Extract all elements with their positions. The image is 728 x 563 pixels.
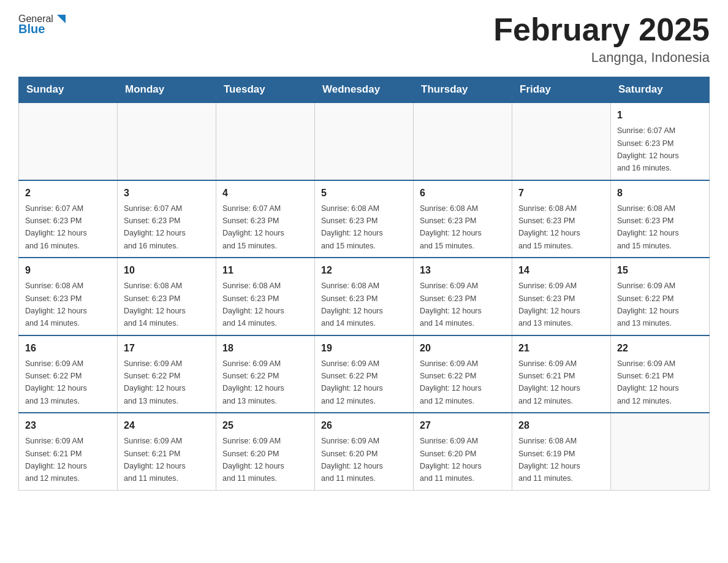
calendar-cell: 17Sunrise: 6:09 AMSunset: 6:22 PMDayligh… (118, 335, 216, 413)
weekday-header-wednesday: Wednesday (315, 77, 414, 103)
calendar-cell (216, 102, 315, 180)
weekday-header-row: SundayMondayTuesdayWednesdayThursdayFrid… (19, 77, 710, 103)
day-info: Sunrise: 6:09 AMSunset: 6:23 PMDaylight:… (420, 282, 482, 327)
day-number: 8 (617, 186, 703, 201)
weekday-header-monday: Monday (118, 77, 216, 103)
day-number: 22 (617, 341, 703, 356)
day-number: 17 (124, 341, 210, 356)
day-number: 25 (222, 418, 308, 433)
day-info: Sunrise: 6:09 AMSunset: 6:20 PMDaylight:… (321, 437, 383, 483)
day-info: Sunrise: 6:09 AMSunset: 6:22 PMDaylight:… (321, 359, 383, 405)
page-header: General Blue February 2025 Langnga, Indo… (18, 12, 710, 66)
calendar-cell: 12Sunrise: 6:08 AMSunset: 6:23 PMDayligh… (315, 258, 414, 335)
calendar-cell: 19Sunrise: 6:09 AMSunset: 6:22 PMDayligh… (315, 335, 414, 413)
calendar-cell: 1Sunrise: 6:07 AMSunset: 6:23 PMDaylight… (611, 102, 710, 180)
day-number: 4 (222, 186, 308, 201)
calendar-title: February 2025 (493, 12, 710, 47)
calendar-cell: 24Sunrise: 6:09 AMSunset: 6:21 PMDayligh… (118, 413, 216, 490)
calendar-cell: 25Sunrise: 6:09 AMSunset: 6:20 PMDayligh… (216, 413, 315, 490)
day-number: 26 (321, 418, 407, 433)
calendar-table: SundayMondayTuesdayWednesdayThursdayFrid… (18, 77, 710, 491)
week-row-0: 1Sunrise: 6:07 AMSunset: 6:23 PMDaylight… (19, 102, 710, 180)
day-info: Sunrise: 6:09 AMSunset: 6:22 PMDaylight:… (222, 359, 284, 405)
calendar-cell: 11Sunrise: 6:08 AMSunset: 6:23 PMDayligh… (216, 258, 315, 335)
day-info: Sunrise: 6:08 AMSunset: 6:23 PMDaylight:… (222, 282, 284, 327)
weekday-header-tuesday: Tuesday (216, 77, 315, 103)
day-info: Sunrise: 6:08 AMSunset: 6:23 PMDaylight:… (321, 282, 383, 327)
day-number: 7 (518, 186, 604, 201)
calendar-cell (414, 102, 512, 180)
calendar-cell: 18Sunrise: 6:09 AMSunset: 6:22 PMDayligh… (216, 335, 315, 413)
logo-area: General Blue (18, 12, 69, 36)
calendar-cell: 7Sunrise: 6:08 AMSunset: 6:23 PMDaylight… (512, 180, 611, 258)
day-number: 9 (25, 263, 111, 278)
day-info: Sunrise: 6:09 AMSunset: 6:23 PMDaylight:… (518, 282, 580, 327)
logo-blue-text: Blue (18, 22, 45, 36)
day-info: Sunrise: 6:09 AMSunset: 6:20 PMDaylight:… (222, 437, 284, 483)
day-info: Sunrise: 6:09 AMSunset: 6:20 PMDaylight:… (420, 437, 482, 483)
calendar-cell (19, 102, 118, 180)
day-number: 14 (518, 263, 604, 278)
day-number: 16 (25, 341, 111, 356)
day-info: Sunrise: 6:08 AMSunset: 6:23 PMDaylight:… (518, 204, 580, 250)
calendar-cell: 8Sunrise: 6:08 AMSunset: 6:23 PMDaylight… (611, 180, 710, 258)
day-number: 2 (25, 186, 111, 201)
day-number: 1 (617, 108, 703, 123)
calendar-cell: 14Sunrise: 6:09 AMSunset: 6:23 PMDayligh… (512, 258, 611, 335)
week-row-1: 2Sunrise: 6:07 AMSunset: 6:23 PMDaylight… (19, 180, 710, 258)
day-info: Sunrise: 6:09 AMSunset: 6:22 PMDaylight:… (124, 359, 186, 405)
day-info: Sunrise: 6:09 AMSunset: 6:21 PMDaylight:… (124, 437, 186, 483)
day-info: Sunrise: 6:09 AMSunset: 6:22 PMDaylight:… (420, 359, 482, 405)
calendar-cell: 21Sunrise: 6:09 AMSunset: 6:21 PMDayligh… (512, 335, 611, 413)
day-number: 15 (617, 263, 703, 278)
calendar-cell: 3Sunrise: 6:07 AMSunset: 6:23 PMDaylight… (118, 180, 216, 258)
calendar-subtitle: Langnga, Indonesia (493, 50, 710, 66)
calendar-cell: 4Sunrise: 6:07 AMSunset: 6:23 PMDaylight… (216, 180, 315, 258)
day-number: 21 (518, 341, 604, 356)
calendar-cell: 20Sunrise: 6:09 AMSunset: 6:22 PMDayligh… (414, 335, 512, 413)
day-number: 28 (518, 418, 604, 433)
calendar-cell (512, 102, 611, 180)
day-number: 3 (124, 186, 210, 201)
day-number: 23 (25, 418, 111, 433)
day-info: Sunrise: 6:07 AMSunset: 6:23 PMDaylight:… (124, 204, 186, 250)
day-number: 24 (124, 418, 210, 433)
day-info: Sunrise: 6:09 AMSunset: 6:22 PMDaylight:… (25, 359, 87, 405)
weekday-header-sunday: Sunday (19, 77, 118, 103)
day-info: Sunrise: 6:07 AMSunset: 6:23 PMDaylight:… (222, 204, 284, 250)
day-number: 13 (420, 263, 506, 278)
day-number: 12 (321, 263, 407, 278)
day-info: Sunrise: 6:08 AMSunset: 6:23 PMDaylight:… (617, 204, 679, 250)
day-number: 6 (420, 186, 506, 201)
day-number: 18 (222, 341, 308, 356)
day-number: 19 (321, 341, 407, 356)
weekday-header-friday: Friday (512, 77, 611, 103)
calendar-cell: 26Sunrise: 6:09 AMSunset: 6:20 PMDayligh… (315, 413, 414, 490)
day-number: 27 (420, 418, 506, 433)
day-info: Sunrise: 6:08 AMSunset: 6:19 PMDaylight:… (518, 437, 580, 483)
calendar-cell: 16Sunrise: 6:09 AMSunset: 6:22 PMDayligh… (19, 335, 118, 413)
calendar-cell: 5Sunrise: 6:08 AMSunset: 6:23 PMDaylight… (315, 180, 414, 258)
day-info: Sunrise: 6:07 AMSunset: 6:23 PMDaylight:… (617, 126, 679, 172)
calendar-cell (611, 413, 710, 490)
calendar-cell: 15Sunrise: 6:09 AMSunset: 6:22 PMDayligh… (611, 258, 710, 335)
day-number: 10 (124, 263, 210, 278)
calendar-cell (118, 102, 216, 180)
day-number: 5 (321, 186, 407, 201)
day-info: Sunrise: 6:09 AMSunset: 6:21 PMDaylight:… (518, 359, 580, 405)
week-row-4: 23Sunrise: 6:09 AMSunset: 6:21 PMDayligh… (19, 413, 710, 490)
calendar-cell: 9Sunrise: 6:08 AMSunset: 6:23 PMDaylight… (19, 258, 118, 335)
day-info: Sunrise: 6:08 AMSunset: 6:23 PMDaylight:… (25, 282, 87, 327)
day-number: 11 (222, 263, 308, 278)
title-area: February 2025 Langnga, Indonesia (493, 12, 710, 66)
calendar-cell: 27Sunrise: 6:09 AMSunset: 6:20 PMDayligh… (414, 413, 512, 490)
day-number: 20 (420, 341, 506, 356)
calendar-cell: 28Sunrise: 6:08 AMSunset: 6:19 PMDayligh… (512, 413, 611, 490)
day-info: Sunrise: 6:08 AMSunset: 6:23 PMDaylight:… (420, 204, 482, 250)
weekday-header-saturday: Saturday (611, 77, 710, 103)
day-info: Sunrise: 6:07 AMSunset: 6:23 PMDaylight:… (25, 204, 87, 250)
week-row-3: 16Sunrise: 6:09 AMSunset: 6:22 PMDayligh… (19, 335, 710, 413)
calendar-cell: 6Sunrise: 6:08 AMSunset: 6:23 PMDaylight… (414, 180, 512, 258)
day-info: Sunrise: 6:08 AMSunset: 6:23 PMDaylight:… (321, 204, 383, 250)
day-info: Sunrise: 6:08 AMSunset: 6:23 PMDaylight:… (124, 282, 186, 327)
